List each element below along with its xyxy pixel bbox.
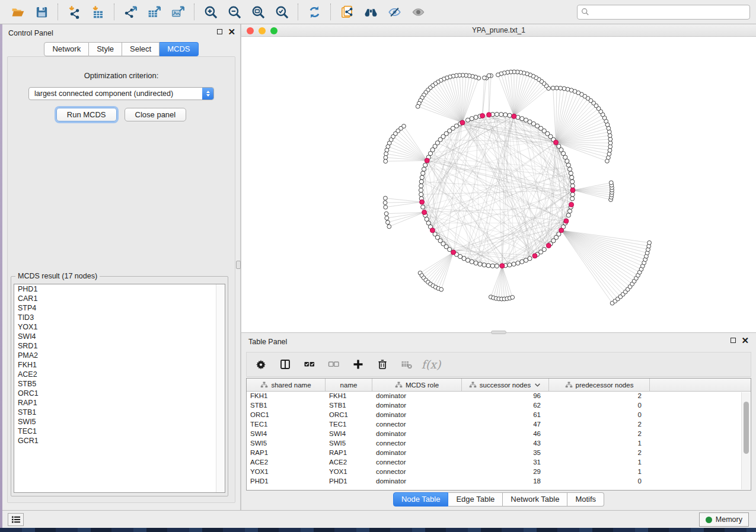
zoom-fit-icon[interactable]	[246, 2, 270, 22]
column-header-predecessor-nodes[interactable]: predecessor nodes	[549, 379, 650, 391]
list-icon	[11, 515, 21, 524]
hide-selected-icon[interactable]	[382, 2, 406, 22]
mcds-result-node[interactable]: YOX1	[14, 322, 225, 332]
settings-icon[interactable]	[254, 357, 268, 371]
tab-motifs[interactable]: Motifs	[567, 492, 604, 507]
close-panel-button[interactable]: Close panel	[125, 108, 187, 121]
mcds-result-node[interactable]: SWI4	[14, 332, 225, 341]
optimization-criterion-label: Optimization criterion:	[8, 71, 235, 80]
tab-style[interactable]: Style	[89, 42, 122, 56]
delete-icon[interactable]	[375, 357, 390, 371]
mcds-result-node[interactable]: PMA2	[14, 351, 225, 360]
search-input[interactable]	[592, 7, 746, 17]
table-row[interactable]: ORC1ORC1dominator610	[247, 411, 751, 420]
table-panel-header: Table Panel ✕	[241, 333, 756, 350]
zoom-in-icon[interactable]	[199, 2, 222, 22]
column-header-MCDS-role[interactable]: MCDS role	[372, 379, 462, 391]
toolbar-separator	[58, 4, 58, 20]
network-canvas[interactable]	[241, 37, 756, 332]
mcds-result-node[interactable]: TEC1	[14, 427, 225, 436]
open-session-icon[interactable]	[6, 2, 30, 22]
close-window-icon[interactable]	[247, 27, 254, 34]
table-cell: 1	[549, 467, 650, 477]
table-cell: SWI5	[247, 439, 326, 448]
table-row[interactable]: YOX1YOX1connector291	[247, 467, 751, 477]
table-cell: 62	[462, 401, 549, 411]
mcds-result-list[interactable]: PHD1CAR1STP4TID3YOX1SWI4SRD1PMA2FKH1ACE2…	[14, 284, 225, 493]
zoom-selected-icon[interactable]	[270, 2, 294, 22]
mcds-result-node[interactable]: CAR1	[14, 294, 225, 303]
tab-edge-table[interactable]: Edge Table	[448, 492, 503, 507]
export-network-icon[interactable]	[119, 2, 142, 22]
mcds-result-node[interactable]: ORC1	[14, 389, 225, 398]
toolbar-separator	[194, 4, 194, 20]
mcds-result-node[interactable]: STP4	[14, 303, 225, 313]
table-scrollbar[interactable]	[741, 392, 750, 489]
zoom-out-icon[interactable]	[222, 2, 246, 22]
table-cell: 31	[462, 458, 549, 467]
tab-select[interactable]: Select	[122, 42, 160, 56]
table-cell: 2	[549, 420, 650, 430]
export-image-icon[interactable]	[166, 2, 190, 22]
table-cell: ORC1	[247, 411, 326, 420]
import-network-icon[interactable]	[62, 2, 86, 22]
refresh-layout-icon[interactable]	[302, 2, 326, 22]
table-row[interactable]: ACE2ACE2connector311	[247, 458, 751, 467]
minimize-window-icon[interactable]	[259, 27, 266, 34]
task-history-button[interactable]	[8, 513, 24, 526]
memory-button[interactable]: Memory	[699, 512, 749, 527]
table-row[interactable]: STB1STB1dominator620	[247, 401, 751, 411]
float-panel-icon[interactable]	[217, 29, 222, 34]
vertical-splitter-grip[interactable]	[236, 261, 241, 269]
table-row[interactable]: RAP1RAP1dominator352	[247, 448, 751, 458]
float-table-panel-icon[interactable]	[731, 338, 736, 343]
table-cell: 1	[549, 439, 650, 448]
search-box[interactable]	[577, 5, 750, 20]
mcds-list-scrollbar[interactable]	[216, 284, 225, 492]
tab-node-table[interactable]: Node Table	[393, 492, 449, 507]
table-row[interactable]: TEC1TEC1connector472	[247, 420, 751, 430]
column-header-shared-name[interactable]: shared name	[247, 379, 326, 391]
save-session-icon[interactable]	[30, 2, 53, 22]
table-row[interactable]: PHD1PHD1dominator180	[247, 477, 751, 486]
table-cell: dominator	[372, 448, 462, 458]
mcds-result-node[interactable]: STB5	[14, 379, 225, 389]
mcds-result-node[interactable]: PHD1	[14, 284, 225, 294]
tab-network[interactable]: Network	[44, 42, 89, 56]
table-row[interactable]: FKH1FKH1dominator962	[247, 392, 751, 401]
mcds-result-node[interactable]: FKH1	[14, 360, 225, 370]
show-all-icon[interactable]	[406, 2, 430, 22]
maximize-window-icon[interactable]	[270, 27, 277, 34]
select-all-icon[interactable]	[302, 357, 317, 371]
add-icon[interactable]	[351, 357, 365, 371]
table-cell: ACE2	[326, 458, 372, 467]
mcds-result-node[interactable]: SWI5	[14, 417, 225, 427]
column-header-successor-nodes[interactable]: successor nodes	[462, 379, 549, 391]
close-panel-icon[interactable]: ✕	[228, 29, 235, 34]
deselect-all-icon[interactable]	[327, 357, 341, 371]
table-row[interactable]: SWI4SWI4dominator462	[247, 430, 751, 439]
table-panel-title: Table Panel	[248, 338, 287, 346]
tab-network-table[interactable]: Network Table	[503, 492, 567, 507]
mcds-result-node[interactable]: TID3	[14, 313, 225, 322]
optimization-criterion-select[interactable]: largest connected component (undirected)	[28, 87, 214, 100]
mcds-result-node[interactable]: SRD1	[14, 341, 225, 351]
network-window-titlebar[interactable]: YPA_prune.txt_1	[241, 24, 756, 37]
share-network-document-icon[interactable]	[335, 2, 359, 22]
columns-icon[interactable]	[278, 357, 292, 371]
table-row[interactable]: SWI5SWI5connector431	[247, 439, 751, 448]
mcds-result-node[interactable]: GCR1	[14, 436, 225, 446]
tab-mcds[interactable]: MCDS	[160, 42, 198, 56]
mcds-result-node[interactable]: RAP1	[14, 398, 225, 408]
close-table-panel-icon[interactable]: ✕	[741, 338, 749, 343]
run-mcds-button[interactable]: Run MCDS	[56, 108, 117, 121]
mcds-result-node[interactable]: STB1	[14, 408, 225, 417]
table-scrollbar-thumb[interactable]	[744, 402, 749, 454]
import-table-icon[interactable]	[86, 2, 110, 22]
search-binoculars-icon[interactable]	[359, 2, 382, 22]
export-table-icon[interactable]	[142, 2, 166, 22]
table-cell: PHD1	[326, 477, 372, 486]
column-header-name[interactable]: name	[326, 379, 372, 391]
main-toolbar	[0, 0, 756, 24]
mcds-result-node[interactable]: ACE2	[14, 370, 225, 379]
